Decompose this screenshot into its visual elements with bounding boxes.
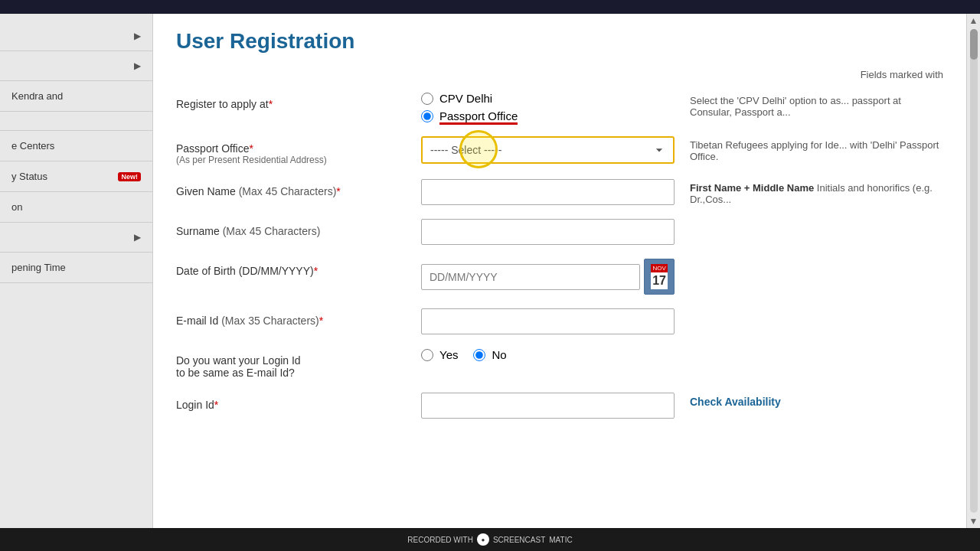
sidebar-item-kendra-label: Kendra and bbox=[11, 90, 141, 102]
screencast-logo: RECORDED WITH ● SCREENCAST MATIC bbox=[407, 533, 572, 546]
login-id-label-col: Login Id* bbox=[176, 393, 421, 411]
login-same-radio-group: Yes No bbox=[421, 348, 675, 361]
top-bar bbox=[0, 0, 980, 14]
dob-input[interactable] bbox=[421, 264, 640, 290]
sidebar-item-2[interactable]: ▶ bbox=[0, 51, 152, 81]
given-name-label-col: Given Name (Max 45 Characters)* bbox=[176, 179, 421, 197]
passport-office-select-wrapper: ----- Select ----- bbox=[421, 136, 675, 164]
sidebar-item-1[interactable]: ▶ bbox=[0, 21, 152, 51]
email-input[interactable] bbox=[421, 308, 675, 334]
yes-label: Yes bbox=[439, 348, 458, 361]
email-help bbox=[675, 308, 943, 311]
chevron-right-icon-1: ▶ bbox=[134, 31, 141, 41]
login-id-input-col bbox=[421, 393, 675, 419]
passport-office-help-text: Tibetan Refugees applying for Ide... wit… bbox=[690, 139, 939, 162]
sidebar-item-status-label: y Status bbox=[11, 171, 115, 182]
surname-max: (Max 45 Characters) bbox=[223, 225, 321, 237]
select-wrapper: ----- Select ----- bbox=[421, 136, 675, 164]
given-name-max: (Max 45 Characters) bbox=[239, 185, 337, 197]
passport-office-option[interactable]: Passport Office bbox=[421, 109, 675, 122]
passport-office-input-col: ----- Select ----- bbox=[421, 136, 675, 164]
login-id-help: Check Availability bbox=[675, 393, 943, 408]
no-label: No bbox=[492, 348, 506, 361]
email-input-col bbox=[421, 308, 675, 334]
register-required: * bbox=[269, 98, 273, 110]
check-availability-button[interactable]: Check Availability bbox=[690, 396, 781, 408]
passport-office-row: Passport Office* (As per Present Residen… bbox=[176, 136, 943, 165]
sidebar-item-opening[interactable]: pening Time bbox=[0, 253, 152, 283]
sidebar-item-centers-label: e Centers bbox=[11, 140, 141, 152]
register-input-col: CPV Delhi Passport Office bbox=[421, 92, 675, 122]
login-same-input-col: Yes No bbox=[421, 348, 675, 361]
given-name-label: Given Name bbox=[176, 185, 236, 197]
sidebar-item-status[interactable]: y Status New! bbox=[0, 161, 152, 192]
chevron-right-icon-2: ▶ bbox=[134, 60, 141, 71]
sidebar-item-on-label: on bbox=[11, 201, 141, 213]
sidebar-item-centers[interactable]: e Centers bbox=[0, 131, 152, 161]
given-name-input-col bbox=[421, 179, 675, 205]
calendar-button[interactable]: NOV 17 bbox=[644, 259, 675, 295]
scroll-up-icon[interactable]: ▲ bbox=[969, 15, 978, 26]
passport-office-label-col: Passport Office* (As per Present Residen… bbox=[176, 136, 421, 165]
date-row: NOV 17 bbox=[421, 259, 675, 295]
scrollbar[interactable]: ▲ ▼ bbox=[966, 14, 980, 528]
passport-office-sub: (As per Present Residential Address) bbox=[176, 155, 421, 165]
email-max: (Max 35 Characters) bbox=[221, 315, 319, 327]
sidebar-item-on[interactable]: on bbox=[0, 192, 152, 223]
brand-text: SCREENCAST bbox=[493, 536, 545, 544]
surname-help bbox=[675, 219, 943, 222]
surname-label-col: Surname (Max 45 Characters) bbox=[176, 219, 421, 237]
cpv-delhi-label: CPV Delhi bbox=[439, 92, 492, 105]
given-name-help: First Name + Middle Name Initials and ho… bbox=[675, 179, 943, 205]
login-id-label: Login Id bbox=[176, 399, 214, 411]
login-same-label: Do you want your Login Id bbox=[176, 354, 301, 367]
passport-office-help: Tibetan Refugees applying for Ide... wit… bbox=[675, 136, 943, 162]
login-id-input[interactable] bbox=[421, 393, 675, 419]
yes-option[interactable]: Yes bbox=[421, 348, 458, 361]
login-id-required: * bbox=[214, 399, 218, 411]
login-same-label2: to be same as E-mail Id? bbox=[176, 367, 295, 379]
yes-radio[interactable] bbox=[421, 349, 433, 361]
no-radio[interactable] bbox=[473, 349, 485, 361]
surname-input[interactable] bbox=[421, 219, 675, 245]
dob-input-col: NOV 17 bbox=[421, 259, 675, 295]
dob-help bbox=[675, 259, 943, 262]
login-same-help bbox=[675, 348, 943, 351]
screencast-circle-icon: ● bbox=[477, 533, 489, 546]
sidebar: ▶ ▶ Kendra and e Centers y Status New! o… bbox=[0, 14, 153, 528]
sidebar-item-kendra[interactable]: Kendra and bbox=[0, 81, 152, 112]
login-same-row: Do you want your Login Id to be same as … bbox=[176, 348, 943, 379]
dob-label-col: Date of Birth (DD/MM/YYYY)* bbox=[176, 259, 421, 277]
email-label-col: E-mail Id (Max 35 Characters)* bbox=[176, 308, 421, 327]
login-id-row: Login Id* Check Availability bbox=[176, 393, 943, 419]
passport-office-select[interactable]: ----- Select ----- bbox=[421, 136, 675, 164]
surname-label: Surname bbox=[176, 225, 220, 237]
cpv-delhi-radio[interactable] bbox=[421, 93, 433, 105]
chevron-right-icon-8: ▶ bbox=[134, 232, 141, 243]
registration-form: Register to apply at* CPV Delhi Passport… bbox=[176, 92, 943, 419]
passport-office-field-label: Passport Office bbox=[176, 142, 249, 155]
scroll-track bbox=[970, 29, 978, 513]
scroll-down-icon[interactable]: ▼ bbox=[969, 516, 978, 527]
dob-required: * bbox=[314, 265, 318, 277]
register-row: Register to apply at* CPV Delhi Passport… bbox=[176, 92, 943, 122]
login-same-label-col: Do you want your Login Id to be same as … bbox=[176, 348, 421, 379]
given-name-input[interactable] bbox=[421, 179, 675, 205]
dob-row: Date of Birth (DD/MM/YYYY)* NOV 17 bbox=[176, 259, 943, 295]
cpv-delhi-option[interactable]: CPV Delhi bbox=[421, 92, 675, 105]
no-option[interactable]: No bbox=[473, 348, 506, 361]
passport-office-radio[interactable] bbox=[421, 110, 433, 122]
calendar-month: NOV bbox=[651, 264, 668, 272]
email-row: E-mail Id (Max 35 Characters)* bbox=[176, 308, 943, 334]
register-radio-group: CPV Delhi Passport Office bbox=[421, 92, 675, 122]
email-required: * bbox=[319, 315, 323, 327]
sidebar-item-4[interactable] bbox=[0, 112, 152, 131]
scroll-thumb[interactable] bbox=[970, 29, 978, 60]
register-help-text: Select the 'CPV Delhi' option to as... p… bbox=[690, 95, 901, 118]
register-label-col: Register to apply at* bbox=[176, 92, 421, 110]
new-badge: New! bbox=[118, 172, 141, 181]
bottom-bar: RECORDED WITH ● SCREENCAST MATIC bbox=[0, 528, 980, 551]
sidebar-item-8[interactable]: ▶ bbox=[0, 223, 152, 253]
main-content: User Registration Fields marked with Reg… bbox=[153, 14, 966, 528]
dob-label: Date of Birth (DD/MM/YYYY) bbox=[176, 265, 314, 277]
